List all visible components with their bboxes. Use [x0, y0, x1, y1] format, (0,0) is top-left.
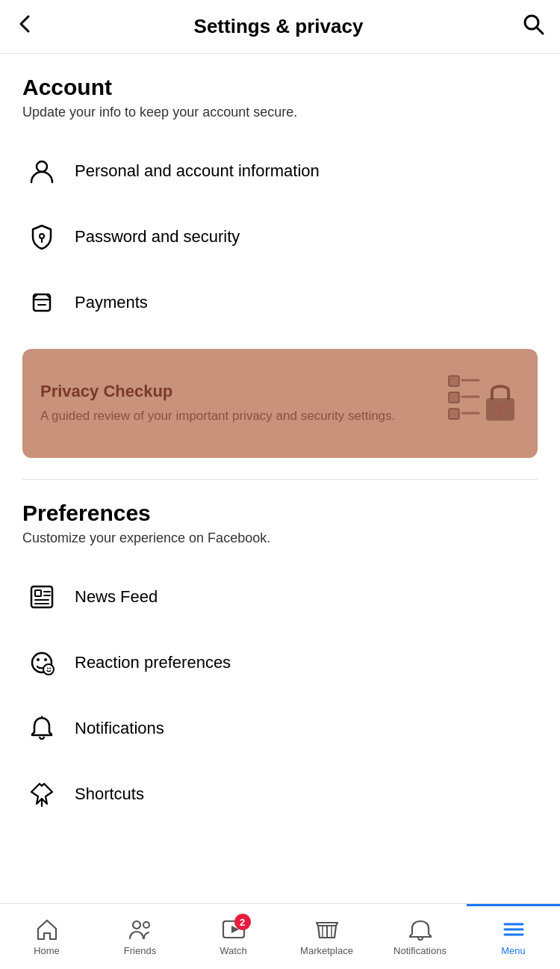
tag-icon [22, 283, 61, 322]
menu-item-notifications[interactable]: Notifications [22, 696, 538, 761]
nav-item-friends[interactable]: Friends [93, 904, 187, 969]
menu-item-newsfeed[interactable]: News Feed [22, 564, 538, 630]
section-divider [22, 479, 538, 480]
svg-rect-5 [34, 294, 50, 311]
menu-item-shortcuts[interactable]: Shortcuts [22, 761, 538, 827]
bottom-nav: Home Friends 2 Watch [0, 903, 560, 969]
svg-point-32 [143, 922, 149, 928]
menu-nav-label: Menu [501, 945, 526, 956]
bell-icon [22, 709, 61, 748]
payments-label: Payments [75, 293, 148, 312]
newsfeed-label: News Feed [75, 587, 158, 607]
svg-point-26 [43, 664, 54, 675]
privacy-checkup-card[interactable]: Privacy Checkup A guided review of your … [22, 349, 538, 458]
marketplace-nav-label: Marketplace [300, 945, 353, 956]
search-button[interactable] [521, 12, 545, 41]
svg-rect-12 [449, 409, 459, 419]
marketplace-nav-icon [314, 917, 340, 942]
watch-nav-icon: 2 [221, 917, 246, 942]
svg-point-28 [49, 668, 51, 669]
account-section: Account Update your info to keep your ac… [22, 75, 538, 458]
nav-item-menu[interactable]: Menu [467, 904, 560, 969]
account-subtitle: Update your info to keep your account se… [22, 105, 538, 120]
menu-nav-icon [501, 917, 526, 942]
menu-item-reactions[interactable]: Reaction preferences [22, 630, 538, 696]
notifications-label: Notifications [75, 719, 164, 738]
preferences-title: Preferences [22, 501, 538, 526]
watch-nav-label: Watch [220, 945, 246, 956]
active-indicator [467, 904, 560, 906]
svg-point-24 [37, 658, 40, 661]
person-icon [22, 152, 61, 191]
preferences-subtitle: Customize your experience on Facebook. [22, 530, 538, 546]
svg-line-1 [537, 28, 543, 34]
svg-point-27 [47, 668, 49, 669]
personal-label: Personal and account information [75, 161, 320, 181]
main-content: Account Update your info to keep your ac… [0, 54, 560, 917]
account-title: Account [22, 75, 538, 100]
menu-item-payments[interactable]: Payments [22, 270, 538, 335]
bell-nav-icon [408, 917, 433, 942]
header: Settings & privacy [0, 0, 560, 54]
privacy-card-title: Privacy Checkup [40, 382, 433, 401]
shortcuts-label: Shortcuts [75, 784, 144, 804]
back-button[interactable] [15, 13, 36, 40]
svg-point-2 [37, 161, 47, 172]
svg-rect-8 [449, 376, 459, 386]
nav-item-notifications[interactable]: Notifications [373, 904, 467, 969]
watch-badge: 2 [234, 914, 251, 930]
page-title: Settings & privacy [194, 15, 364, 38]
menu-item-password[interactable]: Password and security [22, 204, 538, 270]
svg-rect-10 [449, 392, 459, 403]
nav-item-watch[interactable]: 2 Watch [187, 904, 280, 969]
nav-item-marketplace[interactable]: Marketplace [280, 904, 373, 969]
notifications-nav-label: Notifications [393, 945, 447, 956]
svg-point-25 [44, 658, 47, 661]
shield-icon [22, 217, 61, 256]
svg-point-31 [133, 921, 140, 929]
svg-rect-18 [35, 590, 41, 596]
preferences-section: Preferences Customize your experience on… [22, 501, 538, 827]
reactions-label: Reaction preferences [75, 653, 231, 672]
friends-nav-label: Friends [124, 945, 156, 956]
newsfeed-icon [22, 578, 61, 616]
reaction-icon [22, 643, 61, 682]
privacy-lock-icon [445, 370, 520, 437]
menu-item-personal[interactable]: Personal and account information [22, 138, 538, 204]
friends-nav-icon [128, 917, 153, 942]
password-label: Password and security [75, 227, 240, 247]
home-nav-icon [34, 917, 60, 942]
pin-icon [22, 775, 61, 814]
privacy-card-desc: A guided review of your important privac… [40, 407, 433, 425]
nav-item-home[interactable]: Home [0, 904, 93, 969]
home-nav-label: Home [34, 945, 60, 956]
